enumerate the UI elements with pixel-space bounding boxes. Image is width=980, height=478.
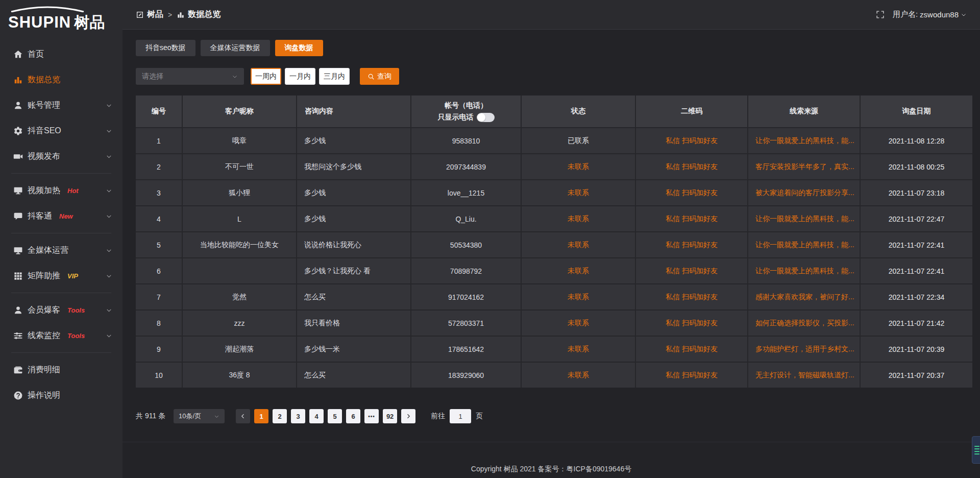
cell-qr[interactable]: 私信 扫码加好友: [636, 258, 747, 283]
page-button-3[interactable]: 3: [291, 409, 305, 423]
sidebar-item-help[interactable]: 操作说明: [0, 383, 122, 408]
filter-select[interactable]: 请选择: [136, 68, 244, 85]
column-header-source: 线索来源: [748, 95, 860, 127]
cell-content: 怎么买: [297, 363, 410, 388]
sidebar-item-screen[interactable]: 视频加热 Hot: [0, 178, 122, 203]
fullscreen-icon[interactable]: [876, 10, 885, 19]
sidebar-item-label: 账号管理: [28, 100, 60, 111]
sidebar-item-wallet[interactable]: 消费明细: [0, 357, 122, 383]
cell-account: 178651642: [411, 337, 521, 362]
cell-source[interactable]: 让你一眼就爱上的黑科技，能...: [748, 206, 860, 231]
range-button-一周内[interactable]: 一周内: [251, 68, 281, 85]
tab-询盘数据[interactable]: 询盘数据: [275, 40, 323, 56]
phone-only-toggle[interactable]: [477, 113, 495, 122]
cell-qr[interactable]: 私信 扫码加好友: [636, 337, 747, 362]
cell-source[interactable]: 无主灯设计，智能磁吸轨道灯...: [748, 363, 860, 388]
home-icon: [13, 50, 23, 59]
sidebar-item-badge: New: [59, 212, 73, 220]
user-menu[interactable]: 用户名: zswodun88: [893, 10, 967, 19]
cell-source[interactable]: 客厅安装投影半年多了，真实...: [748, 154, 860, 179]
sidebar-item-label: 操作说明: [28, 390, 60, 401]
cell-source[interactable]: 感谢大家喜欢我家，被问了好...: [748, 284, 860, 309]
cell-qr[interactable]: 私信 扫码加好友: [636, 310, 747, 336]
page-button-5[interactable]: 5: [328, 409, 342, 423]
screen-icon: [13, 186, 23, 196]
column-header-date: 询盘日期: [861, 95, 972, 127]
copyright-text: Copyright 树品 2021 备案号：粤ICP备09019646号: [471, 465, 631, 473]
cell-qr[interactable]: 私信 扫码加好友: [636, 154, 747, 179]
page-size-select[interactable]: 10条/页: [174, 409, 225, 423]
sidebar-item-label: 首页: [28, 49, 44, 60]
cell-qr[interactable]: 私信 扫码加好友: [636, 284, 747, 309]
range-button-三月内[interactable]: 三月内: [319, 68, 350, 85]
cell-nick: zzz: [183, 310, 296, 336]
column-header-id: 编号: [136, 95, 182, 127]
cell-account: 183929060: [411, 363, 521, 388]
logo-arc: [9, 6, 86, 12]
cell-source[interactable]: 让你一眼就爱上的黑科技，能...: [748, 128, 860, 153]
username-label: 用户名:: [893, 10, 918, 19]
cell-source[interactable]: 让你一眼就爱上的黑科技，能...: [748, 258, 860, 283]
cell-qr[interactable]: 私信 扫码加好友: [636, 363, 747, 388]
page-list: 123456•••92: [254, 409, 397, 423]
wallet-icon: [13, 365, 23, 375]
sidebar-item-gear[interactable]: 抖音SEO: [0, 118, 122, 144]
cell-qr[interactable]: 私信 扫码加好友: [636, 206, 747, 231]
sidebar-item-home[interactable]: 首页: [0, 41, 122, 67]
breadcrumb-item[interactable]: 数据总览: [177, 9, 220, 20]
chevron-down-icon: [106, 332, 112, 339]
page-button-1[interactable]: 1: [254, 409, 268, 423]
page-button-92[interactable]: 92: [383, 409, 397, 423]
page-jump: 前往 页: [431, 409, 483, 423]
cell-id: 5: [136, 232, 182, 257]
sidebar-divider: [11, 293, 111, 293]
sidebar-divider: [11, 233, 111, 233]
sidebar-item-user[interactable]: 账号管理: [0, 92, 122, 118]
chevron-down-icon: [106, 187, 112, 194]
next-page-button[interactable]: [401, 409, 415, 423]
column-header-account: 帐号（电话） 只显示电话: [411, 95, 521, 127]
search-button[interactable]: 查询: [360, 68, 399, 85]
page-button-2[interactable]: 2: [273, 409, 287, 423]
cell-status: 未联系: [522, 258, 635, 283]
cell-source[interactable]: 如何正确选择投影仪，买投影...: [748, 310, 860, 336]
cell-source[interactable]: 被大家追着问的客厅投影分享...: [748, 180, 860, 205]
breadcrumb-separator: >: [168, 11, 172, 19]
cell-nick: 觉然: [183, 284, 296, 309]
tab-抖音seo数据[interactable]: 抖音seo数据: [136, 40, 195, 56]
user-icon: [13, 101, 23, 110]
cell-account: 2097344839: [411, 154, 521, 179]
cell-status: 未联系: [522, 310, 635, 336]
cell-qr[interactable]: 私信 扫码加好友: [636, 180, 747, 205]
cell-source[interactable]: 让你一眼就爱上的黑科技，能...: [748, 232, 860, 257]
sidebar-divider: [11, 352, 111, 353]
page-button-4[interactable]: 4: [309, 409, 324, 423]
cell-source[interactable]: 多功能护栏灯，适用于乡村文...: [748, 337, 860, 362]
cell-qr[interactable]: 私信 扫码加好友: [636, 232, 747, 257]
chevron-down-icon: [106, 307, 112, 314]
cell-qr[interactable]: 私信 扫码加好友: [636, 128, 747, 153]
sidebar-nav: 首页 数据总览 账号管理 抖音SEO 视频发布 视频加热 Hot 抖客通 New: [0, 36, 122, 408]
sidebar-item-user[interactable]: 会员爆客 Tools: [0, 297, 122, 323]
grid-icon: [13, 271, 23, 281]
video-icon: [13, 152, 23, 161]
sidebar-item-grid[interactable]: 矩阵助推 VIP: [0, 263, 122, 289]
range-button-一月内[interactable]: 一月内: [285, 68, 315, 85]
sidebar-item-sliders[interactable]: 线索监控 Tools: [0, 323, 122, 348]
jump-page-input[interactable]: [450, 409, 471, 423]
tab-全媒体运营数据[interactable]: 全媒体运营数据: [201, 40, 270, 56]
cell-id: 10: [136, 363, 182, 388]
chevron-down-icon: [106, 247, 112, 254]
page-button-6[interactable]: 6: [346, 409, 360, 423]
sidebar-item-video[interactable]: 视频发布: [0, 144, 122, 169]
sidebar-item-chat[interactable]: 抖客通 New: [0, 203, 122, 229]
page-more-button[interactable]: •••: [364, 409, 379, 423]
sidebar-item-chart[interactable]: 数据总览: [0, 67, 122, 92]
sidebar-item-monitor[interactable]: 全媒体运营: [0, 237, 122, 263]
cell-content: 怎么买: [297, 284, 410, 309]
monitor-icon: [13, 246, 23, 255]
cell-content: 说说价格让我死心: [297, 232, 410, 257]
prev-page-button[interactable]: [236, 409, 250, 423]
breadcrumb-item[interactable]: 树品: [136, 9, 163, 20]
corner-widget[interactable]: [972, 436, 980, 464]
